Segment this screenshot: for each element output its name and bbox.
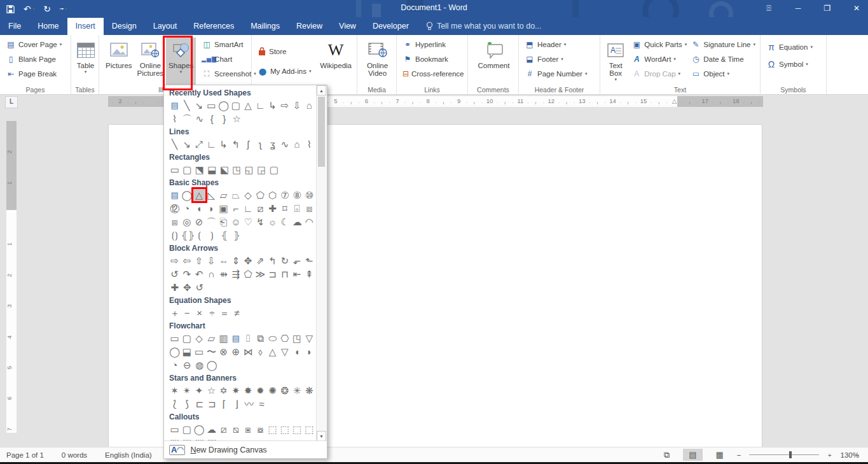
shape-item[interactable]: ↶: [193, 267, 205, 281]
shape-item[interactable]: ⇕: [230, 254, 242, 267]
tab-review[interactable]: Review: [288, 18, 331, 35]
shape-item[interactable]: ↯: [254, 215, 266, 228]
shape-item[interactable]: ⬓: [206, 163, 219, 176]
language-indicator[interactable]: English (India): [105, 451, 152, 459]
online-pictures-button[interactable]: Online Pictures: [135, 38, 167, 86]
tab-selector[interactable]: L: [5, 96, 18, 108]
undo-button[interactable]: ↶▾: [24, 2, 34, 16]
word-count[interactable]: 0 words: [62, 451, 87, 459]
cross-reference-button[interactable]: ⊟Cross-reference: [401, 67, 465, 80]
shape-item[interactable]: ╲: [181, 99, 193, 112]
shape-item[interactable]: ⇔: [217, 254, 230, 267]
shape-item[interactable]: ▭: [169, 163, 181, 176]
shape-item[interactable]: ⟯: [206, 228, 219, 242]
shape-item[interactable]: ⌻: [291, 202, 303, 215]
shape-item[interactable]: ↘: [193, 99, 205, 112]
shape-item[interactable]: ◠: [303, 215, 315, 228]
store-button[interactable]: Store: [256, 45, 317, 59]
shape-item[interactable]: ☼: [266, 215, 279, 228]
shape-item[interactable]: ✸: [242, 384, 254, 397]
redo-button[interactable]: ↻: [43, 2, 51, 16]
shape-item[interactable]: ≈: [256, 397, 268, 411]
tab-insert[interactable]: Insert: [67, 18, 104, 35]
shape-item[interactable]: ⏢: [230, 188, 242, 202]
shape-item[interactable]: △: [193, 188, 205, 202]
shape-item[interactable]: ▤: [230, 332, 242, 345]
quick-parts-button[interactable]: ▣Quick Parts▾: [630, 38, 689, 51]
shape-item[interactable]: ⧈: [169, 215, 181, 228]
shape-item[interactable]: ʃ: [242, 137, 254, 151]
shape-item[interactable]: ⊐: [206, 397, 219, 411]
shape-item[interactable]: ↻: [279, 254, 291, 267]
page-break-button[interactable]: ⇤Page Break: [4, 67, 68, 80]
wordart-button[interactable]: AWordArt▾: [630, 52, 689, 66]
shape-item[interactable]: ◖: [193, 202, 205, 215]
shape-item[interactable]: ⧇: [254, 423, 266, 436]
shape-item[interactable]: ◍: [193, 358, 206, 372]
shape-item[interactable]: ⇗: [254, 254, 266, 267]
shape-item[interactable]: ❂: [279, 384, 291, 397]
shape-item[interactable]: ◖: [291, 345, 303, 358]
shape-item[interactable]: △: [242, 99, 254, 112]
shape-item[interactable]: ▱: [205, 332, 217, 345]
shape-item[interactable]: ↷: [181, 267, 193, 281]
shape-item[interactable]: ⇨: [279, 99, 291, 112]
shape-item[interactable]: ▭: [169, 423, 181, 436]
shape-item[interactable]: ⎗: [217, 215, 230, 228]
shape-item[interactable]: ⦃⦄: [181, 228, 194, 242]
shape-item[interactable]: ⬚: [266, 423, 279, 436]
drop-cap-button[interactable]: ADrop Cap▾: [630, 67, 689, 80]
vertical-ruler[interactable]: 211234567: [6, 121, 17, 442]
shape-item[interactable]: ⌑: [279, 202, 291, 215]
shape-item[interactable]: ◯: [169, 345, 181, 358]
shape-item[interactable]: ⬓: [181, 345, 193, 358]
shape-item[interactable]: ⟅: [169, 397, 181, 411]
shape-item[interactable]: ↘: [181, 137, 193, 151]
shape-item[interactable]: ▢: [268, 163, 280, 176]
hyperlink-button[interactable]: ⚭Hyperlink: [401, 38, 465, 51]
shape-item[interactable]: ⟆: [181, 397, 194, 411]
shape-item[interactable]: ▭: [205, 99, 217, 112]
shape-item[interactable]: ▭: [193, 345, 205, 358]
shape-item[interactable]: ⋈: [242, 345, 254, 358]
shape-item[interactable]: ⊘: [193, 215, 205, 228]
shape-item[interactable]: ✶: [169, 384, 181, 397]
shape-item[interactable]: ◇: [193, 332, 205, 345]
close-button[interactable]: ✕: [849, 4, 864, 13]
shape-item[interactable]: ⌐: [230, 202, 242, 215]
shape-item[interactable]: ◯: [217, 99, 230, 112]
shape-item[interactable]: ⬡: [266, 188, 279, 202]
read-mode-button[interactable]: ⧉: [658, 449, 675, 461]
pictures-button[interactable]: Pictures: [103, 38, 135, 86]
shape-item[interactable]: ✦: [193, 384, 205, 397]
shapes-menu-scrollbar[interactable]: ▲ ▼: [316, 85, 327, 441]
cover-page-button[interactable]: ▤Cover Page▾: [4, 38, 68, 51]
shape-item[interactable]: ⌂: [303, 99, 315, 112]
shape-item[interactable]: ▤: [169, 99, 181, 112]
shape-item[interactable]: ◲: [256, 163, 268, 176]
shape-item[interactable]: ⌇: [169, 112, 181, 125]
tab-layout[interactable]: Layout: [145, 18, 186, 35]
my-addins-button[interactable]: ⬤My Add-ins▾: [256, 65, 317, 78]
online-video-button[interactable]: Online Video: [361, 38, 394, 86]
minimize-button[interactable]: ─: [790, 4, 806, 13]
object-button[interactable]: ▭Object▾: [689, 67, 757, 80]
shape-item[interactable]: ▢: [230, 99, 242, 112]
shape-item[interactable]: ⬐: [291, 254, 303, 267]
shape-item[interactable]: ◺: [205, 188, 217, 202]
shape-item[interactable]: ＝: [218, 306, 231, 320]
zoom-in-button[interactable]: ＋: [827, 451, 833, 460]
shape-item[interactable]: ⇨: [169, 254, 181, 267]
shape-item[interactable]: ✚: [169, 281, 181, 294]
equation-button[interactable]: πEquation▾: [764, 40, 823, 53]
zoom-slider[interactable]: [749, 454, 819, 455]
shape-item[interactable]: ⊕: [230, 345, 242, 358]
shape-item[interactable]: △: [266, 345, 279, 358]
shape-item[interactable]: ∩: [205, 267, 217, 281]
new-drawing-canvas-item[interactable]: A◠ New Drawing Canvas: [164, 440, 327, 458]
tab-home[interactable]: Home: [29, 18, 67, 35]
shape-item[interactable]: ☾: [279, 215, 291, 228]
tab-view[interactable]: View: [331, 18, 364, 35]
print-layout-button[interactable]: ▤: [683, 449, 702, 461]
shapes-button[interactable]: Shapes▾: [166, 38, 196, 86]
